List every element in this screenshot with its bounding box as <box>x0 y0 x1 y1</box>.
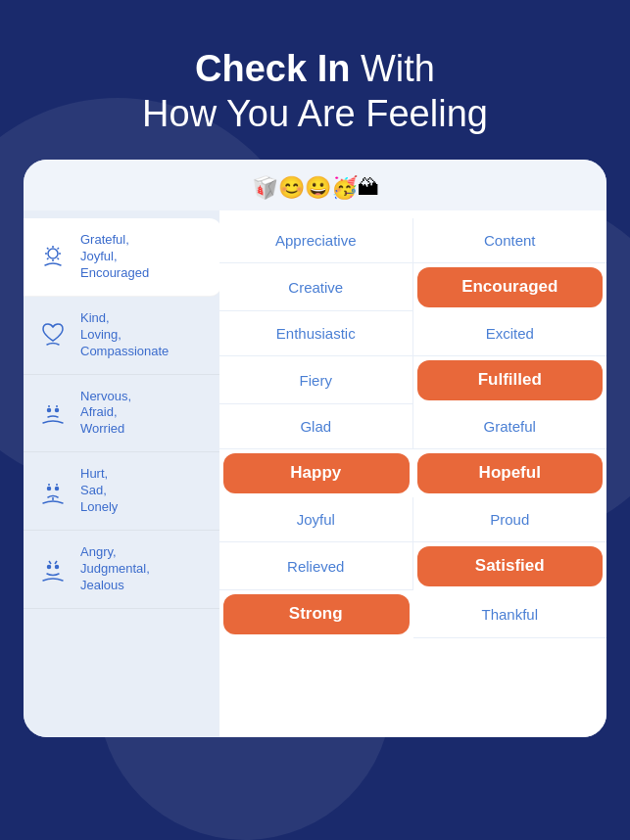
feeling-label: Content <box>484 232 536 249</box>
svg-point-11 <box>48 408 51 411</box>
feeling-item-appreciative[interactable]: Appreciative <box>219 218 413 263</box>
feeling-label: Fulfilled <box>478 370 542 390</box>
svg-point-0 <box>48 249 58 258</box>
header: Check In WithHow You Are Feeling <box>0 0 630 160</box>
feeling-item-satisfied[interactable]: Satisfied <box>417 546 604 586</box>
svg-line-19 <box>55 561 57 564</box>
feeling-item-fiery[interactable]: Fiery <box>219 356 413 404</box>
svg-point-21 <box>56 566 59 569</box>
feeling-label: Happy <box>290 463 341 483</box>
emoji-row: 🥡😊😀🥳🏔 <box>24 160 606 210</box>
svg-point-16 <box>56 487 59 490</box>
feeling-label: Enthusiastic <box>276 325 356 342</box>
sidebar-label-hurt: Hurt,Sad,Lonely <box>80 466 118 516</box>
feeling-item-happy[interactable]: Happy <box>223 453 410 493</box>
svg-line-7 <box>58 248 60 250</box>
sidebar-label-grateful: Grateful,Joyful,Encouraged <box>80 232 149 282</box>
feeling-label: Encouraged <box>461 277 557 297</box>
feeling-item-glad[interactable]: Glad <box>219 404 413 449</box>
feeling-label: Thankful <box>481 606 538 623</box>
svg-point-12 <box>56 408 59 411</box>
sidebar-item-hurt[interactable]: Hurt,Sad,Lonely <box>24 452 219 531</box>
svg-point-20 <box>48 566 51 569</box>
sun-icon <box>35 240 71 275</box>
svg-line-18 <box>49 561 51 564</box>
feeling-item-strong[interactable]: Strong <box>223 594 410 634</box>
feeling-label: Grateful <box>484 418 536 435</box>
feeling-label: Creative <box>288 279 343 296</box>
feeling-item-thankful[interactable]: Thankful <box>413 590 607 638</box>
heart-icon <box>35 317 71 352</box>
sidebar-label-angry: Angry,Judgmental,Jealous <box>80 544 150 594</box>
feeling-item-grateful[interactable]: Grateful <box>413 404 607 449</box>
feeling-label: Strong <box>289 604 343 624</box>
feeling-item-excited[interactable]: Excited <box>413 311 607 356</box>
svg-point-15 <box>48 487 51 490</box>
nervous-icon <box>35 396 71 431</box>
main-card: 🥡😊😀🥳🏔 <box>24 160 606 737</box>
svg-line-5 <box>47 248 49 250</box>
title-bold: Check In <box>195 48 350 89</box>
svg-line-6 <box>58 257 60 259</box>
sad-icon <box>35 474 71 509</box>
sidebar-item-kind[interactable]: Kind,Loving,Compassionate <box>24 297 219 375</box>
sidebar-item-nervous[interactable]: Nervous,Afraid,Worried <box>24 375 219 453</box>
feeling-item-creative[interactable]: Creative <box>219 263 413 311</box>
emoji-icons: 🥡😊😀🥳🏔 <box>252 175 379 200</box>
feeling-label: Joyful <box>297 511 335 528</box>
feeling-item-relieved[interactable]: Relieved <box>219 542 413 590</box>
feeling-label: Satisfied <box>475 556 545 576</box>
sidebar-label-kind: Kind,Loving,Compassionate <box>80 310 169 360</box>
sidebar-label-nervous: Nervous,Afraid,Worried <box>80 389 131 439</box>
svg-line-8 <box>47 257 49 259</box>
feeling-label: Glad <box>300 418 331 435</box>
page-title: Check In WithHow You Are Feeling <box>39 47 591 136</box>
emotion-sidebar: Grateful,Joyful,Encouraged Kind,Loving,C… <box>24 210 219 737</box>
angry-icon <box>35 551 71 586</box>
feeling-label: Relieved <box>287 558 344 575</box>
feeling-item-joyful[interactable]: Joyful <box>219 497 413 542</box>
feeling-label: Proud <box>490 511 529 528</box>
feeling-item-hopeful[interactable]: Hopeful <box>417 453 604 493</box>
feeling-label: Appreciative <box>275 232 357 249</box>
feeling-item-enthusiastic[interactable]: Enthusiastic <box>219 311 413 356</box>
feeling-label: Excited <box>486 325 534 342</box>
sidebar-item-grateful[interactable]: Grateful,Joyful,Encouraged <box>24 218 219 297</box>
feeling-label: Hopeful <box>479 463 541 483</box>
sidebar-item-angry[interactable]: Angry,Judgmental,Jealous <box>24 531 219 609</box>
feeling-item-proud[interactable]: Proud <box>413 497 607 542</box>
card-body: Grateful,Joyful,Encouraged Kind,Loving,C… <box>24 210 606 737</box>
feeling-item-content[interactable]: Content <box>413 218 607 263</box>
feeling-item-fulfilled[interactable]: Fulfilled <box>417 360 604 400</box>
feelings-grid: AppreciativeContentCreativeEncouragedEnt… <box>219 210 606 737</box>
feeling-item-encouraged[interactable]: Encouraged <box>417 267 604 307</box>
feeling-label: Fiery <box>300 372 332 389</box>
